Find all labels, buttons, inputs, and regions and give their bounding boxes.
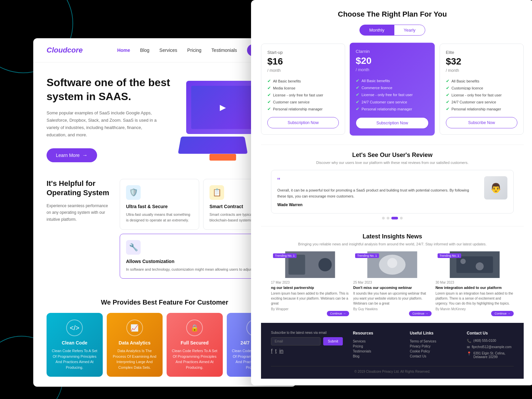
features-heading: It's Helpful for Operating System Experi… [47, 179, 113, 223]
review-text: Overall, it can be a powerful tool for p… [277, 188, 479, 199]
toggle-monthly[interactable]: Monthly [359, 25, 394, 36]
news-badge-3: Trending No. 1 [438, 253, 461, 258]
footer-email-text: flprchrd512@example.com [472, 345, 512, 349]
news-card-2: Trending No. 1 25 Mar 2023 Don't miss ou… [353, 251, 431, 316]
footer-email-input[interactable] [271, 337, 321, 345]
best-features-title: We Provides Best Feature For Customer [47, 299, 283, 306]
feature-item: ✔All Basic benefits [446, 77, 517, 84]
feature-item: ✔License - only free for fast user [267, 91, 339, 98]
review-card: " Overall, it can be a powerful tool for… [271, 170, 514, 213]
subscribe-elite-button[interactable]: Subscribe Now [446, 117, 517, 128]
monitor-illus: ▶ [186, 81, 259, 134]
footer-useful-heading: Useful Links [410, 331, 457, 335]
location-icon: 📍 [467, 351, 471, 356]
footer-link-pricing[interactable]: Pricing [353, 344, 400, 349]
arrow-icon: → [82, 152, 88, 158]
news-img-1: Trending No. 1 [271, 251, 349, 278]
reviewer-name: Wade Warren [277, 202, 479, 207]
news-date-2: 25 Mar 2023 [353, 281, 431, 284]
subscribe-clarnin-button[interactable]: Subscription Now [356, 117, 429, 129]
feature-card-ultrafast: 🛡️ Ultra fast & Secure Ultra-fast usuall… [120, 179, 199, 230]
feature-item: ✔Media license [267, 84, 339, 91]
hero-description: Some popular examples of SaaS include Go… [47, 109, 160, 139]
dot-1 [382, 217, 385, 219]
footer-submit-button[interactable]: Submit [323, 337, 343, 345]
news-title-2: Don't miss our upcoming webinar [353, 286, 431, 290]
footer-resources-list: Services Pricing Testimonials Blog [353, 339, 400, 359]
news-title: Latest Insights News [271, 233, 514, 240]
feature-item: ✔Personal relationship manager [356, 105, 429, 112]
footer-link-services[interactable]: Services [353, 339, 400, 344]
footer: Subscribe to the latest news via email S… [261, 323, 524, 379]
continue-button-3[interactable]: Continue → [491, 311, 514, 316]
nav-link-pricing[interactable]: Pricing [187, 48, 201, 53]
feature-item: ✔All Basic benefits [356, 77, 429, 84]
footer-link-blog[interactable]: Blog [353, 354, 400, 359]
footer-newsletter: Subscribe to the latest news via email S… [271, 331, 343, 361]
feature-box-analytics: 📈 Data Analytics Data Analytics Is The P… [107, 313, 163, 377]
feature-item: ✔Customer care service [267, 98, 339, 105]
toggle-yearly[interactable]: Yearly [394, 25, 425, 36]
footer-resources-heading: Resources [353, 331, 400, 335]
secured-desc: Clean Code Refers To A Set Of Programmin… [171, 348, 218, 370]
nav-link-services[interactable]: Services [159, 48, 177, 53]
footer-link-privacy[interactable]: Privacy Policy [410, 344, 457, 349]
social-link-in[interactable]: in [279, 348, 283, 354]
feature-item: ✔24/7 Customer care service [356, 98, 429, 105]
dot-2 [387, 217, 389, 219]
clarnin-features: ✔All Basic benefits ✔Commerce licence ✔L… [356, 77, 429, 112]
plan-elite: Elite $32 / month ✔All Basic benefits ✔C… [440, 44, 524, 135]
social-link-tw[interactable]: t [275, 348, 276, 354]
startup-features: ✔All Basic benefits ✔Media license ✔Lice… [267, 77, 339, 112]
elite-name: Elite [446, 50, 517, 55]
footer-link-tos[interactable]: Terms of Services [410, 339, 457, 344]
news-desc-1: Lorem ipsum has been added to the platfo… [271, 291, 349, 306]
footer-link-cookie[interactable]: Cookie Policy [410, 349, 457, 354]
footer-link-contact[interactable]: Contact Us [410, 354, 457, 359]
footer-email-row: Submit [271, 337, 343, 345]
features-title: It's Helpful for Operating System [47, 179, 113, 198]
feature-item: ✔24/7 Customer care service [446, 98, 517, 105]
feature-item: ✔License - only free for fast user [356, 91, 429, 98]
news-subtitle: Bringing you reliable news and insightfu… [271, 242, 514, 246]
news-date-1: 17 Mar 2023 [271, 281, 349, 284]
feature-box-secured: 🔒 Full Secured Clean Code Refers To A Se… [167, 313, 223, 377]
social-link-fb[interactable]: f [271, 348, 272, 354]
svg-point-2 [319, 258, 332, 271]
features-desc: Experience seamless performance on any o… [47, 202, 113, 223]
news-desc-2: It sounds like you have an upcoming webi… [353, 291, 431, 306]
dot-4 [400, 217, 403, 219]
nav-links: Home Blog Services Pricing Testimonials [117, 47, 237, 53]
startup-name: Start-up [267, 50, 339, 55]
continue-button-2[interactable]: Continue → [409, 311, 432, 316]
clarnin-name: Clarnin [356, 49, 429, 54]
secured-icon: 🔒 [186, 320, 203, 336]
review-content: " Overall, it can be a powerful tool for… [277, 176, 479, 207]
nav-link-home[interactable]: Home [117, 48, 130, 53]
news-date-3: 30 Mar 2023 [436, 281, 514, 284]
news-img-3: Trending No. 1 [436, 251, 514, 278]
dot-3 [391, 217, 398, 219]
news-section: Latest Insights News Bringing you reliab… [261, 226, 524, 323]
footer-link-testimonials[interactable]: Testimonials [353, 349, 400, 354]
learn-more-button[interactable]: Learn More → [47, 148, 97, 162]
clarnin-price: $20 [356, 55, 429, 66]
news-card-3: Trending No. 1 30 Mar 2023 New integrati… [436, 251, 514, 316]
feature-boxes-grid: </> Clean Code Clean Code Refers To A Se… [47, 313, 283, 377]
subscribe-startup-button[interactable]: Subscription Now [267, 117, 339, 128]
quote-icon: " [277, 176, 479, 186]
cleancode-title: Clean Code [51, 340, 98, 345]
ultrafast-icon: 🛡️ [126, 185, 141, 200]
reviews-section: Let's See Our User's Review Discover why… [261, 145, 524, 226]
nav-link-testimonials[interactable]: Testimonials [211, 48, 237, 53]
pricing-section: Choose The Right Plan For You Monthly Ye… [261, 10, 524, 135]
nav-link-blog[interactable]: Blog [140, 48, 149, 53]
ultrafast-title: Ultra fast & Secure [126, 204, 193, 209]
continue-button-1[interactable]: Continue → [327, 311, 349, 316]
cleancode-icon: </> [66, 320, 83, 336]
footer-address-text: 6391 Elgin St. Celina, Delaware 10299 [473, 351, 514, 359]
footer-contact-heading: Contact Us [467, 331, 514, 335]
footer-resources: Resources Services Pricing Testimonials … [353, 331, 400, 361]
pricing-plans: Start-up $16 / month ✔All Basic benefits… [261, 44, 524, 135]
news-author-3: By Marvin McKinney [436, 307, 514, 311]
